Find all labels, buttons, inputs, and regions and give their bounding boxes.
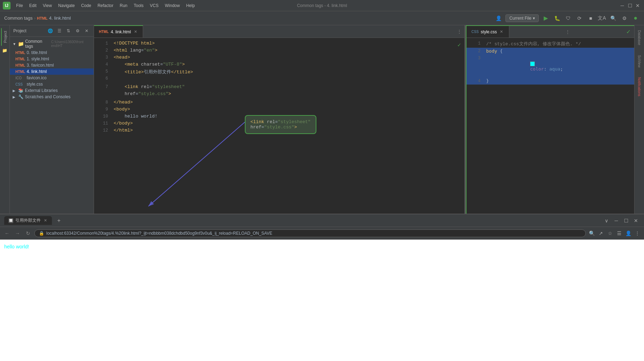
html-icon-1: HTML (15, 57, 25, 61)
browser-hello-world: hello world! (4, 244, 29, 249)
css-tab-more-btn[interactable]: ⋮ (563, 29, 573, 34)
browser-minimize-btn[interactable]: ∨ (603, 217, 610, 225)
stop-icon[interactable]: ■ (586, 14, 595, 22)
tab-css[interactable]: CSS style.css ✕ (467, 26, 509, 38)
browser-sidebar-icon[interactable]: ☰ (615, 229, 623, 237)
browser-refresh-btn[interactable]: ↻ (24, 229, 32, 238)
debug-icon[interactable]: 🐛 (553, 14, 561, 22)
file-tree-settings-icon[interactable]: ⚙ (74, 27, 81, 34)
breadcrumb-file-icon: HTML (37, 16, 48, 20)
tree-external-libs[interactable]: ▶ 📚 External Libraries (10, 87, 94, 94)
root-folder-name: Common tags (25, 39, 48, 49)
css-line-4-selected: 4 } (467, 78, 634, 85)
breadcrumb-file[interactable]: 4. link.html (49, 15, 71, 21)
minimize-button[interactable]: ─ (619, 2, 626, 9)
ide-container: Common tags › HTML 4. link.html 👤 Curren… (0, 11, 644, 361)
tree-item-2[interactable]: HTML 3. favicon.html (10, 62, 94, 68)
code-line-8: 8 </head> (94, 100, 464, 107)
search-icon[interactable]: 🔍 (609, 14, 617, 22)
tree-item-4[interactable]: ICO favicon.ico (10, 75, 94, 81)
browser-tab-active[interactable]: ⬜ 引用外部文件 ✕ (4, 216, 52, 225)
tree-item-0[interactable]: HTML 0. title.html (10, 49, 94, 56)
tree-root-folder[interactable]: ▼ 📁 Common tags C:\Users\13600\front end… (10, 38, 94, 49)
code-line-4: 4 <meta charset="UTF-8"> (94, 62, 464, 69)
menu-help[interactable]: Help (183, 2, 198, 9)
menu-refactor[interactable]: Refactor (95, 2, 116, 9)
new-browser-tab-button[interactable]: + (55, 216, 63, 225)
tab-html-icon: HTML (99, 30, 109, 34)
profile-icon[interactable]: ● (631, 14, 640, 22)
html-icon-2: HTML (15, 63, 25, 67)
translate-icon[interactable]: 文A (598, 14, 606, 22)
vcs-icon[interactable]: ⟳ (575, 14, 584, 22)
tree-item-1[interactable]: HTML 1. style.html (10, 56, 94, 62)
ico-icon: ICO (15, 76, 25, 80)
browser-menu-icon[interactable]: ⋮ (633, 229, 641, 237)
code-line-6: 6 (94, 76, 464, 83)
browser-tab-close[interactable]: ✕ (43, 218, 48, 223)
browser-close-btn[interactable]: ✕ (632, 217, 640, 225)
browser-addressbar: ← → ↻ 🔒 localhost:63342/Common%20tags/4.… (0, 227, 644, 240)
tree-item-3[interactable]: HTML 4. link.html (10, 68, 94, 75)
browser-back-btn[interactable]: ← (3, 229, 11, 238)
browser-restore-btn[interactable]: ☐ (622, 217, 630, 225)
sidebar-tab: Project 📁 (0, 25, 10, 214)
notifications-tab[interactable]: Notifications (637, 75, 642, 98)
code-line-1: 1 <!DOCTYPE html> (94, 41, 464, 48)
code-line-5: 5 <title>引用外部文件</title> (94, 69, 464, 76)
file-name-5: style.css (27, 82, 43, 87)
tab-more-btn[interactable]: ⋮ (454, 29, 464, 34)
menu-code[interactable]: Code (78, 2, 94, 9)
menu-file[interactable]: File (13, 2, 26, 9)
browser-maximize-btn[interactable]: ─ (612, 217, 620, 225)
close-button[interactable]: ✕ (634, 2, 641, 9)
tree-scratches[interactable]: ▶ 🔧 Scratches and Consoles (10, 94, 94, 100)
browser-action-btns: 🔍 ↗ ☆ ☰ 👤 ⋮ (588, 229, 641, 237)
menu-vcs[interactable]: VCS (147, 2, 161, 9)
html-code-editor[interactable]: ✓ 1 <!DOCTYPE html> 2 <html lang="en"> (94, 38, 464, 214)
tree-item-5[interactable]: CSS style.css (10, 81, 94, 87)
menu-tools[interactable]: Tools (131, 2, 146, 9)
file-name-3: 4. link.html (27, 69, 47, 74)
coverage-icon[interactable]: 🛡 (564, 14, 572, 22)
breadcrumb-root[interactable]: Common tags (4, 15, 33, 21)
menu-run[interactable]: Run (117, 2, 130, 9)
browser-forward-btn[interactable]: → (13, 229, 22, 238)
css-code-editor[interactable]: 1 /* style.css文件内容, 修改字体颜色. */ 2 body { … (467, 38, 634, 214)
css-editor-pane: CSS style.css ✕ ⋮ ✓ 1 /* style.css文件内容, … (466, 25, 634, 214)
menu-window[interactable]: Window (162, 2, 183, 9)
file-tree-close-icon[interactable]: ✕ (83, 27, 90, 34)
address-bar[interactable]: 🔒 localhost:63342/Common%20tags/4.%20lin… (34, 229, 586, 237)
sciview-tab[interactable]: SciView (637, 53, 642, 69)
tree-arrow-ext: ▶ (13, 89, 17, 93)
menu-navigate[interactable]: Navigate (55, 2, 78, 9)
css-editor-tabs: CSS style.css ✕ ⋮ ✓ (467, 25, 634, 38)
database-tab[interactable]: Database (637, 28, 642, 47)
tab-html-close[interactable]: ✕ (133, 29, 138, 34)
tab-html[interactable]: HTML 4. link.html ✕ (94, 25, 143, 38)
tab-css-close[interactable]: ✕ (499, 29, 504, 34)
project-tab-label[interactable]: Project (1, 28, 9, 46)
code-line-10: 10 hello world! (94, 114, 464, 121)
code-line-12: 12 </html> (94, 128, 464, 135)
settings-icon[interactable]: ⚙ (620, 14, 629, 22)
window-controls: ─ ☐ ✕ (619, 2, 641, 9)
sort-icon[interactable]: ⇅ (65, 27, 72, 34)
browser-account-icon[interactable]: 👤 (624, 229, 632, 237)
collapse-all-icon[interactable]: ☰ (56, 27, 63, 34)
browser-share-icon[interactable]: ↗ (597, 229, 605, 237)
code-line-11: 11 </body> (94, 121, 464, 128)
current-file-button[interactable]: Current File ▾ (505, 14, 539, 22)
account-icon[interactable]: 👤 (494, 14, 503, 22)
new-file-icon[interactable]: 🌐 (47, 27, 54, 34)
browser-bookmark-icon[interactable]: ☆ (606, 229, 614, 237)
file-tree-panel: Project 🌐 ☰ ⇅ ⚙ ✕ ▼ 📁 Common tags C:\Use… (10, 25, 94, 214)
run-icon[interactable]: ▶ (542, 14, 550, 22)
menu-edit[interactable]: Edit (26, 2, 39, 9)
folder-icon[interactable]: 📁 (1, 47, 8, 54)
tab-css-label: style.css (481, 29, 497, 34)
maximize-button[interactable]: ☐ (626, 2, 633, 9)
browser-zoom-icon[interactable]: 🔍 (588, 229, 596, 237)
menu-view[interactable]: View (40, 2, 55, 9)
tab-css-icon: CSS (471, 30, 479, 34)
